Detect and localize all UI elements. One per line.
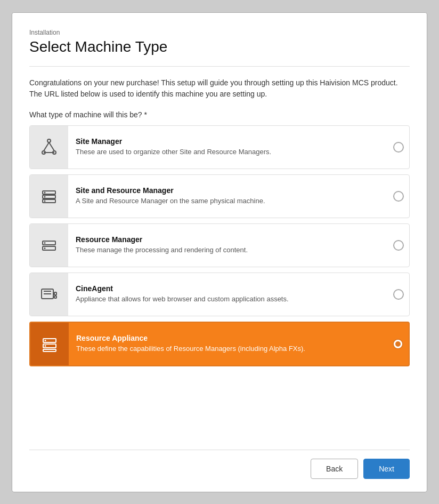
cineagent-content: CineAgent Appliance that allows for web … [68,279,388,309]
resource-manager-content: Resource Manager These manage the proces… [68,230,388,260]
site-manager-icon [39,138,59,157]
cineagent-radio-circle [393,289,404,300]
svg-point-15 [44,247,46,249]
site-manager-content: Site Manager These are used to organize … [68,132,388,162]
site-manager-desc: These are used to organize other Site an… [76,147,380,157]
svg-point-25 [45,345,46,347]
svg-point-24 [45,340,46,341]
installation-window: Installation Select Machine Type Congrat… [12,12,427,492]
site-manager-title: Site Manager [76,137,380,146]
site-manager-radio[interactable] [388,142,409,153]
svg-point-0 [47,139,51,142]
option-site-resource-manager[interactable]: Site and Resource Manager A Site and Res… [29,174,410,218]
site-resource-manager-title: Site and Resource Manager [76,186,380,195]
resource-manager-title: Resource Manager [76,235,380,244]
svg-rect-17 [54,292,56,295]
site-resource-manager-icon [39,187,59,206]
svg-rect-23 [43,349,56,351]
svg-point-14 [44,242,46,244]
title-divider [29,66,410,67]
svg-point-10 [44,196,46,197]
resource-appliance-radio[interactable] [387,339,409,349]
resource-appliance-desc: These define the capabilities of Resourc… [76,344,380,354]
intro-text: Congratulations on your new purchase! Th… [29,77,410,100]
next-button[interactable]: Next [363,459,410,479]
site-manager-icon-bg [30,126,68,169]
svg-point-11 [44,200,46,202]
svg-point-9 [44,191,46,193]
footer: Back Next [29,450,410,479]
question-label: What type of machine will this be? * [29,110,410,119]
site-resource-manager-content: Site and Resource Manager A Site and Res… [68,181,388,211]
option-cineagent[interactable]: CineAgent Appliance that allows for web … [29,273,410,316]
cineagent-icon-bg [30,273,68,316]
option-site-manager[interactable]: Site Manager These are used to organize … [29,125,410,169]
svg-line-3 [44,142,49,151]
resource-manager-icon-bg [30,224,68,267]
page-title: Select Machine Type [29,38,410,55]
cineagent-radio[interactable] [388,289,409,300]
cineagent-icon [39,285,59,304]
svg-rect-18 [54,296,56,298]
resource-appliance-icon [40,334,59,354]
resource-appliance-content: Resource Appliance These define the capa… [69,329,387,359]
site-resource-manager-icon-bg [30,175,68,218]
resource-manager-radio-circle [393,240,404,251]
site-resource-manager-radio-circle [393,191,404,202]
cineagent-desc: Appliance that allows for web browser an… [76,294,380,304]
option-resource-manager[interactable]: Resource Manager These manage the proces… [29,223,410,267]
site-resource-manager-radio[interactable] [388,191,409,202]
resource-appliance-radio-inner [395,341,401,347]
resource-manager-icon [39,236,59,255]
resource-appliance-radio-circle [393,339,403,349]
site-manager-radio-circle [393,142,404,153]
site-resource-manager-desc: A Site and Resource Manager on the same … [76,196,380,206]
resource-appliance-title: Resource Appliance [76,334,380,342]
back-button[interactable]: Back [311,459,358,479]
options-list: Site Manager These are used to organize … [29,125,410,437]
breadcrumb: Installation [29,29,410,36]
resource-appliance-icon-bg [30,323,69,365]
resource-manager-desc: These manage the processing and renderin… [76,245,380,255]
resource-manager-radio[interactable] [388,240,409,251]
option-resource-appliance[interactable]: Resource Appliance These define the capa… [29,322,410,366]
cineagent-title: CineAgent [76,284,380,293]
svg-line-4 [49,142,54,151]
